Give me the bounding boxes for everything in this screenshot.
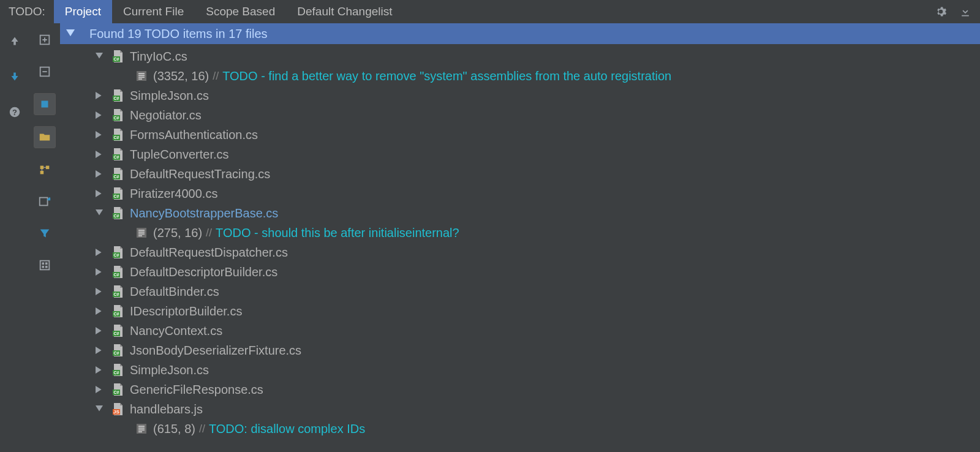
- cs-file-icon: C#: [113, 325, 124, 337]
- cs-file-icon: C#: [113, 305, 124, 317]
- file-row[interactable]: C#TupleConverter.cs: [60, 145, 980, 164]
- svg-rect-8: [40, 198, 48, 206]
- cs-file-icon: C#: [113, 364, 124, 376]
- file-name: DefaultBinder.cs: [130, 285, 219, 299]
- file-name: NancyContext.cs: [130, 324, 222, 338]
- file-name: FormsAuthentication.cs: [130, 128, 258, 142]
- preview-icon[interactable]: [34, 255, 55, 276]
- disclosure-triangle-icon[interactable]: [66, 29, 75, 38]
- todo-tree[interactable]: Found 19 TODO items in 17 files C#TinyIo…: [60, 23, 980, 452]
- gear-icon[interactable]: [932, 3, 949, 20]
- todo-message: TODO: disallow complex IDs: [209, 422, 365, 436]
- disclosure-triangle-icon[interactable]: [96, 386, 108, 393]
- svg-rect-9: [40, 261, 50, 270]
- disclosure-triangle-icon[interactable]: [96, 170, 108, 178]
- disclosure-triangle-icon[interactable]: [96, 268, 108, 276]
- disclosure-triangle-icon[interactable]: [96, 327, 108, 334]
- disclosure-triangle-icon[interactable]: [96, 131, 108, 138]
- disclosure-triangle-icon[interactable]: [96, 53, 108, 60]
- cs-file-icon: C#: [113, 129, 124, 141]
- svg-text:C#: C#: [114, 214, 119, 218]
- svg-rect-5: [40, 166, 44, 170]
- file-row[interactable]: C#Piratizer4000.cs: [60, 184, 980, 203]
- show-source-icon[interactable]: [34, 191, 55, 212]
- file-name: GenericFileResponse.cs: [130, 383, 263, 397]
- view-gutter: [29, 23, 60, 452]
- source-line-icon: [136, 70, 147, 81]
- file-row[interactable]: C#NancyContext.cs: [60, 321, 980, 341]
- autoscroll-to-source-icon[interactable]: [34, 93, 56, 115]
- disclosure-triangle-icon[interactable]: [96, 347, 108, 354]
- comment-slash: //: [199, 423, 205, 435]
- expand-all-icon[interactable]: [34, 29, 55, 50]
- comment-slash: //: [206, 227, 212, 239]
- disclosure-triangle-icon[interactable]: [96, 151, 108, 158]
- svg-text:JS: JS: [113, 409, 119, 415]
- summary-text: Found 19 TODO items in 17 files: [89, 27, 268, 41]
- disclosure-triangle-icon[interactable]: [96, 405, 108, 413]
- disclosure-triangle-icon[interactable]: [96, 190, 108, 197]
- todo-toolbar: TODO: ProjectCurrent FileScope BasedDefa…: [0, 0, 980, 23]
- todo-row[interactable]: (615, 8) // TODO: disallow complex IDs: [60, 419, 980, 439]
- file-row[interactable]: C#TinyIoC.cs: [60, 47, 980, 66]
- tab-scope-based[interactable]: Scope Based: [195, 0, 286, 23]
- disclosure-triangle-icon[interactable]: [96, 111, 108, 119]
- svg-text:C#: C#: [114, 390, 119, 394]
- file-row[interactable]: C#DefaultDescriptorBuilder.cs: [60, 262, 980, 282]
- svg-text:C#: C#: [114, 57, 119, 61]
- svg-rect-6: [46, 166, 50, 170]
- file-name: DefaultRequestTracing.cs: [130, 167, 270, 181]
- file-row[interactable]: C#DefaultRequestTracing.cs: [60, 164, 980, 184]
- file-row[interactable]: C#FormsAuthentication.cs: [60, 125, 980, 145]
- flatten-packages-icon[interactable]: [34, 159, 55, 180]
- todo-location: (3352, 16): [153, 69, 209, 83]
- file-name: handlebars.js: [130, 402, 203, 416]
- file-row[interactable]: C#NancyBootstrapperBase.cs: [60, 203, 980, 223]
- file-row[interactable]: C#SimpleJson.cs: [60, 360, 980, 380]
- tab-project[interactable]: Project: [54, 0, 112, 23]
- file-row[interactable]: C#JsonBodyDeserializerFixture.cs: [60, 341, 980, 360]
- todo-row[interactable]: (3352, 16) // TODO - find a better way t…: [60, 66, 980, 86]
- file-row[interactable]: C#DefaultRequestDispatcher.cs: [60, 243, 980, 262]
- file-name: JsonBodyDeserializerFixture.cs: [130, 344, 301, 358]
- cs-file-icon: C#: [113, 266, 124, 278]
- file-row[interactable]: C#IDescriptorBuilder.cs: [60, 301, 980, 321]
- svg-text:?: ?: [12, 108, 17, 117]
- todo-message: TODO - find a better way to remove "syst…: [222, 69, 671, 83]
- disclosure-triangle-icon[interactable]: [96, 366, 108, 374]
- arrow-down-icon[interactable]: [4, 66, 25, 87]
- file-name: DefaultDescriptorBuilder.cs: [130, 265, 277, 279]
- file-row[interactable]: C#DefaultBinder.cs: [60, 282, 980, 301]
- cs-file-icon: C#: [113, 246, 124, 258]
- tab-current-file[interactable]: Current File: [112, 0, 195, 23]
- svg-text:C#: C#: [114, 194, 119, 198]
- svg-rect-7: [40, 171, 44, 175]
- file-name: TinyIoC.cs: [130, 50, 187, 64]
- todo-row[interactable]: (275, 16) // TODO - should this be after…: [60, 223, 980, 243]
- cs-file-icon: C#: [113, 89, 124, 102]
- disclosure-triangle-icon[interactable]: [96, 249, 108, 256]
- group-by-module-icon[interactable]: [34, 126, 56, 148]
- file-row[interactable]: JShandlebars.js: [60, 399, 980, 419]
- help-icon[interactable]: ?: [4, 102, 25, 122]
- file-row[interactable]: C#Negotiator.cs: [60, 105, 980, 125]
- file-name: TupleConverter.cs: [130, 148, 229, 162]
- disclosure-triangle-icon[interactable]: [96, 209, 108, 217]
- file-row[interactable]: C#GenericFileResponse.cs: [60, 380, 980, 399]
- cs-file-icon: C#: [113, 187, 124, 200]
- collapse-all-icon[interactable]: [34, 61, 55, 82]
- disclosure-triangle-icon[interactable]: [96, 307, 108, 315]
- file-row[interactable]: C#SimpleJson.cs: [60, 86, 980, 105]
- disclosure-triangle-icon[interactable]: [96, 92, 108, 99]
- tab-default-changelist[interactable]: Default Changelist: [286, 0, 403, 23]
- filter-icon[interactable]: [34, 223, 55, 244]
- cs-file-icon: C#: [113, 344, 124, 356]
- disclosure-triangle-icon[interactable]: [96, 288, 108, 295]
- comment-slash: //: [213, 70, 219, 83]
- download-icon[interactable]: [957, 3, 974, 20]
- svg-rect-10: [42, 262, 44, 265]
- file-name: Piratizer4000.cs: [130, 187, 217, 201]
- svg-text:C#: C#: [114, 253, 119, 257]
- summary-row[interactable]: Found 19 TODO items in 17 files: [60, 23, 980, 44]
- arrow-up-icon[interactable]: [4, 31, 25, 51]
